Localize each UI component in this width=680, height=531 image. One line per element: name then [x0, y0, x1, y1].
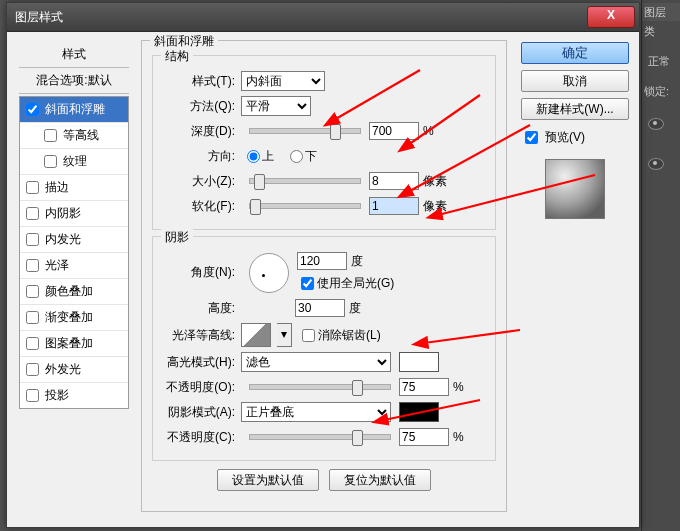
blend-options-item[interactable]: 混合选项:默认	[19, 68, 129, 94]
altitude-input[interactable]	[295, 299, 345, 317]
technique-select[interactable]: 平滑	[241, 96, 311, 116]
depth-input[interactable]	[369, 122, 419, 140]
effect-item-5[interactable]: 内发光	[20, 227, 128, 253]
effect-checkbox[interactable]	[26, 311, 39, 324]
gloss-contour-swatch[interactable]	[241, 323, 271, 347]
tab-kind[interactable]: 类	[642, 22, 657, 41]
effect-item-10[interactable]: 外发光	[20, 357, 128, 383]
antialias-checkbox[interactable]	[302, 329, 315, 342]
soften-unit: 像素	[423, 198, 447, 215]
angle-label: 角度(N):	[163, 264, 241, 281]
new-style-button[interactable]: 新建样式(W)...	[521, 98, 629, 120]
highlight-opacity-slider[interactable]	[249, 384, 391, 390]
effect-item-1[interactable]: 等高线	[20, 123, 128, 149]
highlight-mode-label: 高光模式(H):	[163, 354, 241, 371]
technique-label: 方法(Q):	[163, 98, 241, 115]
size-label: 大小(Z):	[163, 173, 241, 190]
highlight-opacity-label: 不透明度(O):	[163, 379, 241, 396]
size-slider[interactable]	[249, 178, 361, 184]
eye-icon	[648, 158, 664, 170]
effect-checkbox[interactable]	[44, 155, 57, 168]
style-select[interactable]: 内斜面	[241, 71, 325, 91]
reset-default-button[interactable]: 复位为默认值	[329, 469, 431, 491]
effects-list: 斜面和浮雕等高线纹理描边内阴影内发光光泽颜色叠加渐变叠加图案叠加外发光投影	[19, 96, 129, 409]
shadow-opacity-slider[interactable]	[249, 434, 391, 440]
effect-checkbox[interactable]	[26, 285, 39, 298]
cancel-button[interactable]: 取消	[521, 70, 629, 92]
close-button[interactable]: X	[587, 6, 635, 28]
soften-input[interactable]	[369, 197, 419, 215]
shadow-mode-label: 阴影模式(A):	[163, 404, 241, 421]
highlight-color-swatch[interactable]	[399, 352, 439, 372]
global-light-checkbox[interactable]	[301, 277, 314, 290]
effect-item-3[interactable]: 描边	[20, 175, 128, 201]
shadow-mode-select[interactable]: 正片叠底	[241, 402, 391, 422]
preview-checkbox-row[interactable]: 预览(V)	[521, 128, 629, 147]
altitude-unit: 度	[349, 300, 361, 317]
screenshot-stage: { "pspanel": {"tab1":"图层","tab2":"类","mo…	[0, 0, 680, 531]
size-input[interactable]	[369, 172, 419, 190]
gloss-contour-dropdown[interactable]: ▾	[277, 323, 292, 347]
direction-down-radio[interactable]	[290, 150, 303, 163]
effect-checkbox[interactable]	[26, 363, 39, 376]
effect-item-0[interactable]: 斜面和浮雕	[20, 97, 128, 123]
effect-label: 颜色叠加	[45, 283, 93, 300]
blend-mode-readout: 正常	[648, 54, 678, 68]
set-default-button[interactable]: 设置为默认值	[217, 469, 319, 491]
direction-up-radio[interactable]	[247, 150, 260, 163]
effect-item-2[interactable]: 纹理	[20, 149, 128, 175]
effect-label: 图案叠加	[45, 335, 93, 352]
dialog-title: 图层样式	[15, 9, 63, 26]
angle-input[interactable]	[297, 252, 347, 270]
effect-item-6[interactable]: 光泽	[20, 253, 128, 279]
shading-subgroup: 阴影 角度(N): 度 使用全局光(G)	[152, 236, 496, 461]
depth-label: 深度(D):	[163, 123, 241, 140]
effect-label: 描边	[45, 179, 69, 196]
layer-vis-1[interactable]	[648, 118, 678, 132]
bevel-emboss-group: 斜面和浮雕 结构 样式(T): 内斜面 方法(Q): 平滑	[141, 40, 507, 512]
layer-vis-2[interactable]	[648, 158, 678, 172]
structure-subgroup: 结构 样式(T): 内斜面 方法(Q): 平滑 深度(D	[152, 55, 496, 230]
shading-legend: 阴影	[161, 229, 193, 246]
pct-unit-2: %	[453, 430, 464, 444]
highlight-opacity-input[interactable]	[399, 378, 449, 396]
effect-label: 斜面和浮雕	[45, 101, 105, 118]
ok-button[interactable]: 确定	[521, 42, 629, 64]
effect-item-11[interactable]: 投影	[20, 383, 128, 408]
direction-up-label: 上	[262, 148, 274, 165]
depth-slider[interactable]	[249, 128, 361, 134]
effect-item-8[interactable]: 渐变叠加	[20, 305, 128, 331]
tab-layers[interactable]: 图层	[642, 3, 668, 22]
styles-header[interactable]: 样式	[19, 42, 129, 68]
effect-checkbox[interactable]	[26, 103, 39, 116]
effect-settings: 斜面和浮雕 结构 样式(T): 内斜面 方法(Q): 平滑	[139, 38, 509, 512]
shadow-opacity-label: 不透明度(C):	[163, 429, 241, 446]
shadow-color-swatch[interactable]	[399, 402, 439, 422]
effect-checkbox[interactable]	[26, 207, 39, 220]
effect-checkbox[interactable]	[26, 389, 39, 402]
lock-label: 锁定:	[644, 84, 669, 99]
effect-item-4[interactable]: 内阴影	[20, 201, 128, 227]
direction-down-label: 下	[305, 148, 317, 165]
eye-icon	[648, 118, 664, 130]
soften-slider[interactable]	[249, 203, 361, 209]
effect-checkbox[interactable]	[26, 181, 39, 194]
effect-item-9[interactable]: 图案叠加	[20, 331, 128, 357]
highlight-mode-select[interactable]: 滤色	[241, 352, 391, 372]
preview-checkbox[interactable]	[525, 131, 538, 144]
effect-label: 内阴影	[45, 205, 81, 222]
effect-item-7[interactable]: 颜色叠加	[20, 279, 128, 305]
shadow-opacity-input[interactable]	[399, 428, 449, 446]
effect-checkbox[interactable]	[26, 259, 39, 272]
effect-checkbox[interactable]	[26, 337, 39, 350]
effect-label: 纹理	[63, 153, 87, 170]
global-light-label: 使用全局光(G)	[317, 275, 394, 292]
effect-label: 内发光	[45, 231, 81, 248]
effect-checkbox[interactable]	[26, 233, 39, 246]
effect-label: 渐变叠加	[45, 309, 93, 326]
layer-style-dialog: 图层样式 X 样式 混合选项:默认 斜面和浮雕等高线纹理描边内阴影内发光光泽颜色…	[6, 2, 640, 528]
angle-dial[interactable]	[249, 253, 289, 293]
dialog-right-column: 确定 取消 新建样式(W)... 预览(V)	[521, 42, 629, 219]
gloss-contour-label: 光泽等高线:	[163, 327, 241, 344]
effect-checkbox[interactable]	[44, 129, 57, 142]
